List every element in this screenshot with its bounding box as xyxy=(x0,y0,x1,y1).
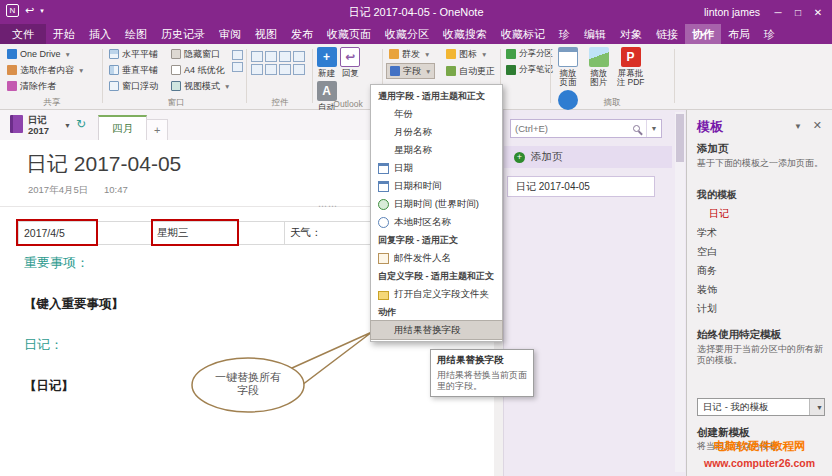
template-select[interactable]: 日记 - 我的模板 ▼ xyxy=(697,398,825,416)
menu-item-date[interactable]: 日期 xyxy=(371,159,502,177)
chevron-down-icon: ▼ xyxy=(65,51,71,58)
ribbon-tab[interactable]: 绘图 xyxy=(118,24,154,44)
ribbon-tab[interactable]: 对象 xyxy=(613,24,649,44)
panel-chevron-down-icon[interactable]: ▼ xyxy=(794,122,802,131)
add-section-tab[interactable]: + xyxy=(146,119,168,140)
menu-item-month-name[interactable]: 月份名称 xyxy=(371,123,502,141)
search-input[interactable] xyxy=(511,123,633,134)
ribbon-tab[interactable]: 发布 xyxy=(284,24,320,44)
heading-important[interactable]: 重要事项： xyxy=(24,254,89,272)
table-move-handle[interactable]: ⋯⋯ xyxy=(318,201,338,211)
minimize-button[interactable]: ─ xyxy=(768,7,788,18)
ribbon-tab[interactable]: 编辑 xyxy=(577,24,613,44)
control-icon[interactable] xyxy=(265,51,277,62)
select-chevron-down-icon[interactable]: ▼ xyxy=(809,399,824,415)
scrollbar-thumb[interactable] xyxy=(676,114,684,162)
template-group-my-templates[interactable]: 我的模板 xyxy=(697,188,737,202)
onedrive-button[interactable]: One Drive▼ xyxy=(4,46,100,62)
group-separator xyxy=(674,49,675,103)
ribbon-tab[interactable]: 插入 xyxy=(82,24,118,44)
template-category[interactable]: 计划 xyxy=(697,302,717,316)
menu-item-weekday-name[interactable]: 星期名称 xyxy=(371,141,502,159)
layout-mini-icon[interactable] xyxy=(232,62,243,72)
template-category[interactable]: 装饰 xyxy=(697,283,717,297)
view-mode-button[interactable]: 视图模式▼ xyxy=(168,78,233,94)
section-tab-april[interactable]: 四月 xyxy=(98,115,147,140)
a4-paper-button[interactable]: A4 纸优化 xyxy=(168,62,233,78)
tab-cooperation-active[interactable]: 协作 xyxy=(685,24,721,44)
autocorrect-button[interactable]: 自动更正 xyxy=(443,63,498,79)
ribbon-tab[interactable]: 布局 xyxy=(721,24,757,44)
send-icon xyxy=(389,49,399,59)
field-button-open[interactable]: 字段▼ xyxy=(386,63,435,79)
template-link-diary-selected[interactable]: 日记 xyxy=(709,207,729,221)
batch-send-button[interactable]: 群发▼ xyxy=(386,46,433,62)
control-icon[interactable] xyxy=(279,51,291,62)
panel-close-icon[interactable]: ✕ xyxy=(813,119,822,132)
ribbon-tab[interactable]: 收藏标记 xyxy=(494,24,552,44)
control-icon[interactable] xyxy=(279,64,291,75)
pick-author-button[interactable]: 选取作者内容▼ xyxy=(4,62,100,78)
ribbon-tab[interactable]: 珍 xyxy=(757,24,782,44)
add-page-button[interactable]: + 添加页 xyxy=(504,146,672,168)
clock-icon xyxy=(378,217,389,228)
body-important-placeholder[interactable]: 【键入重要事项】 xyxy=(24,296,124,313)
outlook-new-button[interactable]: + 新建 xyxy=(316,44,337,78)
search-scope-chevron-icon[interactable]: ▼ xyxy=(646,120,661,137)
maximize-button[interactable]: □ xyxy=(788,7,808,18)
ribbon-tab[interactable]: 收藏搜索 xyxy=(436,24,494,44)
control-icon[interactable] xyxy=(251,64,263,75)
body-diary-placeholder[interactable]: 【日记】 xyxy=(24,378,74,395)
menu-item-year[interactable]: 年份 xyxy=(371,105,502,123)
icon-gallery-button[interactable]: 图标▼ xyxy=(443,46,490,62)
template-category[interactable]: 商务 xyxy=(697,264,717,278)
user-name[interactable]: linton james xyxy=(704,0,760,24)
ribbon-tab[interactable]: 收藏页面 xyxy=(320,24,378,44)
picture-icon xyxy=(589,47,609,67)
hide-window-button[interactable]: 隐藏窗口 xyxy=(168,46,233,62)
share-section-button[interactable]: 分享分区 xyxy=(503,46,549,62)
ribbon-tab[interactable]: 收藏分区 xyxy=(378,24,436,44)
outlook-reply-button[interactable]: ↩ 回复 xyxy=(340,44,361,78)
screen-annotate-pdf-button[interactable]: P 屏幕批注 PDF xyxy=(616,44,646,87)
menu-item-timezone[interactable]: 本地时区名称 xyxy=(371,213,502,231)
horizontal-tile-button[interactable]: 水平平铺 xyxy=(106,46,161,62)
tab-file[interactable]: 文件 xyxy=(0,24,46,44)
search-box[interactable]: ▼ xyxy=(510,119,662,138)
menu-item-mail-sender[interactable]: 邮件发件人名 xyxy=(371,249,502,267)
share-notebook-button[interactable]: 分享笔记 xyxy=(503,62,549,78)
notebook-icon xyxy=(10,115,23,133)
control-icon[interactable] xyxy=(251,51,263,62)
capture-page-button[interactable]: 摘放页面 xyxy=(554,44,582,87)
onenote-window: N ↩ ▾ 日记 2017-04-05 - OneNote linton jam… xyxy=(0,0,832,476)
sync-icon[interactable]: ↻ xyxy=(76,117,86,131)
capture-image-button[interactable]: 摘放图片 xyxy=(585,44,613,87)
control-icon[interactable] xyxy=(293,51,305,62)
star-icon xyxy=(446,49,456,59)
ribbon-tab[interactable]: 珍 xyxy=(552,24,577,44)
float-window-button[interactable]: 窗口浮动 xyxy=(106,78,161,94)
ribbon-tab[interactable]: 历史记录 xyxy=(154,24,212,44)
vertical-tile-button[interactable]: 垂直平铺 xyxy=(106,62,161,78)
template-category[interactable]: 空白 xyxy=(697,245,717,259)
menu-item-open-custom-folder[interactable]: 打开自定义字段文件夹 xyxy=(371,285,502,303)
close-button[interactable]: ✕ xyxy=(808,7,828,18)
heading-diary[interactable]: 日记： xyxy=(24,336,63,354)
layout-mini-icon[interactable] xyxy=(232,50,243,60)
menu-item-replace-fields-highlighted[interactable]: 用结果替换字段 xyxy=(371,321,502,339)
ribbon-tab[interactable]: 链接 xyxy=(649,24,685,44)
control-icon[interactable] xyxy=(293,64,305,75)
chevron-down-icon[interactable]: ▼ xyxy=(64,122,71,129)
menu-item-date-time[interactable]: 日期和时间 xyxy=(371,177,502,195)
clear-author-button[interactable]: 清除作者 xyxy=(4,78,100,94)
menu-item-world-time[interactable]: 日期时间 (世界时间) xyxy=(371,195,502,213)
page-title[interactable]: 日记 2017-04-05 xyxy=(26,150,181,178)
page-list-scrollbar[interactable] xyxy=(675,112,685,472)
control-icon[interactable] xyxy=(265,64,277,75)
ribbon-tab[interactable]: 审阅 xyxy=(212,24,248,44)
ribbon-tab[interactable]: 开始 xyxy=(46,24,82,44)
page-list-item-selected[interactable]: 日记 2017-04-05 xyxy=(507,176,655,197)
ribbon-tab[interactable]: 视图 xyxy=(248,24,284,44)
template-category[interactable]: 学术 xyxy=(697,226,717,240)
notebook-dropdown[interactable]: 日记 2017 xyxy=(28,114,64,136)
